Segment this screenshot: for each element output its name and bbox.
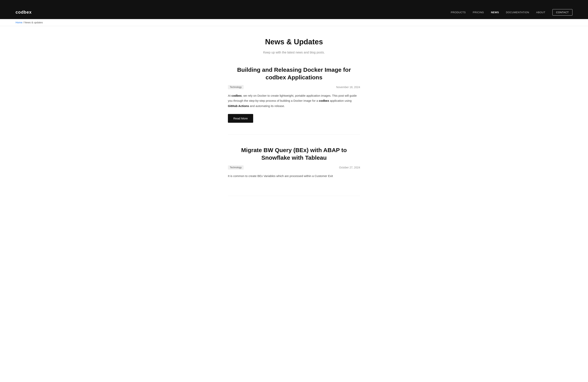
nav-link-products[interactable]: PRODUCTS [451,11,466,14]
nav-item-pricing[interactable]: PRICING [473,11,484,14]
nav-item-products[interactable]: PRODUCTS [451,11,466,14]
breadcrumb-current: News & updates [24,21,43,24]
page-title: News & Updates [228,38,360,46]
nav-links: PRODUCTS PRICING NEWS DOCUMENTATION ABOU… [451,11,572,14]
article-excerpt-2-text: It is common to create BEx Variables whi… [228,174,333,178]
site-logo[interactable]: codbex [16,10,32,15]
nav-item-documentation[interactable]: DOCUMENTATION [506,11,529,14]
brand-bold-1: codbex [231,94,242,97]
nav-item-about[interactable]: ABOUT [536,11,545,14]
breadcrumb-separator: / [23,21,24,24]
read-more-button-1[interactable]: Read More [228,114,253,123]
nav-link-documentation[interactable]: DOCUMENTATION [506,11,529,14]
nav-item-news[interactable]: NEWS [491,11,499,14]
article-title-2: Migrate BW Query (BEx) with ABAP to Snow… [228,146,360,161]
breadcrumb: Home / News & updates [0,19,588,26]
main-content: News & Updates Keep up with the latest n… [224,26,364,223]
article-tag-1: Technology [228,85,244,89]
article-meta-1: Technology November 18, 2024 [228,85,360,89]
article-excerpt-2: It is common to create BEx Variables whi… [228,173,360,179]
nav-link-about[interactable]: ABOUT [536,11,545,14]
top-bar [0,0,588,5]
article-date-2: October 27, 2024 [339,166,360,169]
page-subtitle: Keep up with the latest news and blog po… [228,51,360,54]
navbar: codbex PRODUCTS PRICING NEWS DOCUMENTATI… [0,5,588,19]
article-tag-2: Technology [228,165,244,170]
article-excerpt-1: At codbex, we rely on Docker to create l… [228,93,360,108]
article-meta-2: Technology October 27, 2024 [228,165,360,170]
article-title-1: Building and Releasing Docker Image for … [228,66,360,81]
nav-item-contact[interactable]: CONTACT [552,11,572,14]
nav-link-pricing[interactable]: PRICING [473,11,484,14]
nav-link-contact[interactable]: CONTACT [552,9,572,16]
article-date-1: November 18, 2024 [336,85,360,89]
brand-bold-2: codbex [319,99,329,102]
nav-link-news[interactable]: NEWS [491,11,499,14]
github-actions-link: GitHub Actions [228,104,249,107]
breadcrumb-home[interactable]: Home [16,21,22,24]
article-card-2: Migrate BW Query (BEx) with ABAP to Snow… [228,146,360,196]
article-card-1: Building and Releasing Docker Image for … [228,66,360,135]
